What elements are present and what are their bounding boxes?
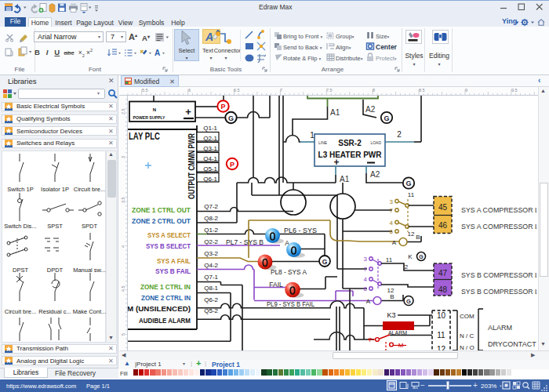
svg-text:SYS B COMPRESSOR L: SYS B COMPRESSOR L xyxy=(461,287,536,296)
svg-text:Q1-2: Q1-2 xyxy=(204,227,218,234)
svg-text:Q6-1: Q6-1 xyxy=(203,176,217,183)
svg-text:7: 7 xyxy=(364,266,368,273)
svg-text:2: 2 xyxy=(405,263,409,270)
svg-text:4: 4 xyxy=(390,220,394,227)
svg-text:A: A xyxy=(205,31,213,43)
svg-text:ZONE 1 CTRL IN: ZONE 1 CTRL IN xyxy=(140,283,191,291)
svg-text:Q3-2: Q3-2 xyxy=(204,250,218,257)
svg-text:ZONE 2 CTRL OUT: ZONE 2 CTRL OUT xyxy=(132,217,191,225)
svg-text:FAIL: FAIL xyxy=(269,281,283,289)
svg-text:A1: A1 xyxy=(340,175,350,183)
svg-text:B: B xyxy=(416,234,420,241)
svg-text:G: G xyxy=(419,254,424,260)
svg-text:45: 45 xyxy=(438,203,448,212)
svg-text:9.5: 9.5 xyxy=(511,88,518,93)
svg-text:10: 10 xyxy=(437,311,446,320)
svg-text:ARM (UNSILENCED): ARM (UNSILENCED) xyxy=(128,305,191,313)
svg-text:SYS A SELECT: SYS A SELECT xyxy=(147,231,191,239)
svg-text:6: 6 xyxy=(188,88,191,93)
svg-text:ZONE 2 CTRL IN: ZONE 2 CTRL IN xyxy=(141,294,191,302)
svg-text:SYS B SELECT: SYS B SELECT xyxy=(146,242,191,250)
svg-text:N: N xyxy=(153,107,156,112)
svg-text:5: 5 xyxy=(121,333,125,336)
svg-text:G: G xyxy=(406,298,411,305)
svg-text:46: 46 xyxy=(438,221,448,230)
svg-text:SYS A FAIL: SYS A FAIL xyxy=(157,257,191,265)
svg-text:PL7 - SYS B: PL7 - SYS B xyxy=(226,238,264,246)
svg-text:Q4-2: Q4-2 xyxy=(204,262,218,269)
svg-text:7: 7 xyxy=(390,207,394,214)
svg-text:A1: A1 xyxy=(330,108,340,117)
svg-text:7: 7 xyxy=(280,88,282,93)
svg-text:SYS A COMPRESSOR L: SYS A COMPRESSOR L xyxy=(461,222,536,230)
svg-text:A: A xyxy=(366,298,371,305)
svg-text:N / C: N / C xyxy=(460,332,474,339)
svg-text:LAY PLC: LAY PLC xyxy=(129,130,160,142)
svg-text:6: 6 xyxy=(364,285,368,292)
svg-text:Q2-2: Q2-2 xyxy=(204,238,218,245)
svg-text:LOAD: LOAD xyxy=(370,140,381,145)
svg-text:3.5: 3.5 xyxy=(121,197,125,203)
svg-text:A2: A2 xyxy=(370,170,380,179)
svg-text:G: G xyxy=(384,114,389,122)
svg-text:7.5: 7.5 xyxy=(326,88,333,93)
svg-text:9: 9 xyxy=(465,88,467,93)
svg-text:8: 8 xyxy=(373,88,375,93)
svg-text:Q1-1: Q1-1 xyxy=(203,125,217,132)
svg-text:K3: K3 xyxy=(387,311,395,319)
svg-text:Q7-1: Q7-1 xyxy=(204,274,218,281)
svg-text:12: 12 xyxy=(408,230,415,238)
svg-text:11: 11 xyxy=(408,191,415,198)
svg-text:2: 2 xyxy=(397,130,402,139)
svg-text:A: A xyxy=(155,49,160,57)
svg-text:SYS B COMPRESSOR L: SYS B COMPRESSOR L xyxy=(461,270,536,279)
svg-text:G: G xyxy=(405,180,411,187)
svg-text:G: G xyxy=(322,258,328,266)
svg-text:12: 12 xyxy=(387,287,394,294)
svg-text:4: 4 xyxy=(364,276,368,283)
svg-text:SYS A COMPRESSOR L: SYS A COMPRESSOR L xyxy=(461,205,536,214)
svg-text:48: 48 xyxy=(438,285,448,294)
svg-text:Q4-1: Q4-1 xyxy=(203,155,217,162)
svg-text:Q8-2: Q8-2 xyxy=(204,215,218,222)
svg-text:Q7-2: Q7-2 xyxy=(204,203,218,210)
svg-text:3: 3 xyxy=(121,156,125,158)
svg-text:N / O: N / O xyxy=(460,344,474,350)
svg-text:G: G xyxy=(228,114,234,122)
svg-text:DRYCONTACT: DRYCONTACT xyxy=(488,340,536,348)
svg-text:B: B xyxy=(390,293,394,300)
svg-text:Q8-1: Q8-1 xyxy=(204,285,218,292)
svg-text:Q3-1: Q3-1 xyxy=(203,145,217,152)
svg-text:+: + xyxy=(333,157,339,168)
svg-text:A: A xyxy=(392,239,397,246)
svg-text:SSR-2: SSR-2 xyxy=(338,139,362,147)
svg-text:ALARM: ALARM xyxy=(488,324,512,332)
svg-text:AUDIBLE ALARM: AUDIBLE ALARM xyxy=(139,317,191,325)
svg-text:P: P xyxy=(230,161,235,169)
svg-text:5.5: 5.5 xyxy=(142,88,148,93)
svg-text:SYS B FAIL: SYS B FAIL xyxy=(155,267,191,275)
svg-text:6: 6 xyxy=(390,228,394,235)
svg-text:8.5: 8.5 xyxy=(419,88,425,93)
svg-text:47: 47 xyxy=(438,269,448,278)
svg-text:A2: A2 xyxy=(365,105,376,114)
svg-text:COM: COM xyxy=(460,313,474,320)
svg-text:POWER SUPPLY: POWER SUPPLY xyxy=(133,114,166,120)
svg-text:PL8 - SYS A: PL8 - SYS A xyxy=(271,268,307,276)
svg-text:4: 4 xyxy=(121,245,125,248)
svg-text:4.5: 4.5 xyxy=(121,285,125,292)
svg-text:L3 HEATER PWR: L3 HEATER PWR xyxy=(318,151,383,159)
svg-text:PL9 - SYS B FAIL: PL9 - SYS B FAIL xyxy=(267,300,314,308)
svg-text:Q5-1: Q5-1 xyxy=(203,165,217,172)
svg-text:K: K xyxy=(408,253,413,260)
svg-text:11: 11 xyxy=(386,256,393,263)
svg-text:6.5: 6.5 xyxy=(234,88,240,93)
svg-text:3: 3 xyxy=(390,198,394,205)
svg-text:P: P xyxy=(220,103,225,111)
svg-text:Q2-1: Q2-1 xyxy=(203,135,217,142)
svg-text:PL6 - SYS: PL6 - SYS xyxy=(284,227,317,234)
svg-text:3: 3 xyxy=(364,256,368,263)
svg-text:OUTPUT CMMN PWR: OUTPUT CMMN PWR xyxy=(187,132,196,199)
svg-text:Q6-2: Q6-2 xyxy=(204,296,218,303)
svg-text:ZONE 1 CTRL OUT: ZONE 1 CTRL OUT xyxy=(132,206,191,214)
